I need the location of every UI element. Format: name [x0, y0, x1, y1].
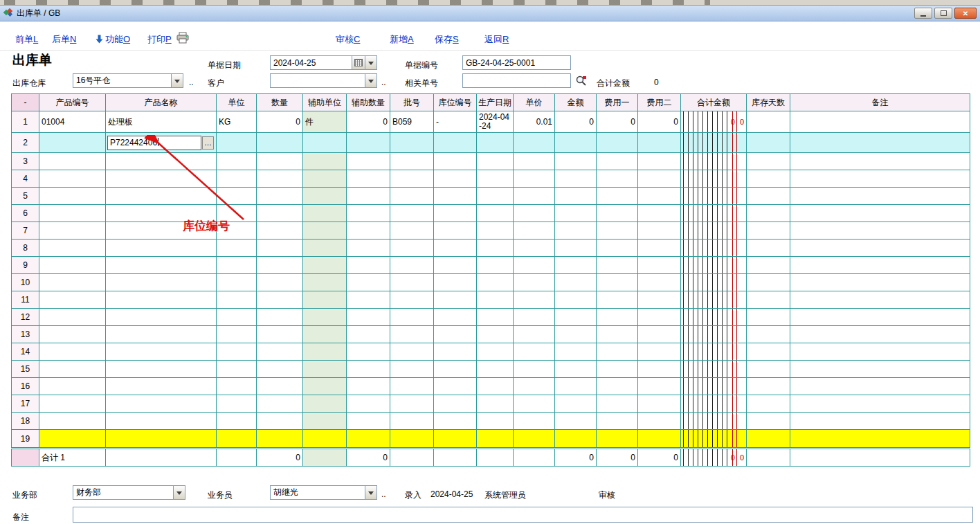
cell-name[interactable] [106, 430, 217, 448]
cell-fee1[interactable] [597, 222, 638, 240]
cell-prod_date[interactable] [477, 378, 514, 395]
cell-qty[interactable] [257, 188, 303, 205]
cell-days[interactable] [747, 326, 790, 343]
cell-prod_date[interactable] [477, 205, 514, 222]
cell-batch[interactable]: B059 [390, 111, 434, 133]
cell-aux_qty[interactable] [347, 378, 390, 395]
doc-no-input[interactable]: GB-24-04-25-0001 [462, 55, 571, 70]
cell-batch[interactable] [390, 133, 434, 153]
chevron-down-icon[interactable] [365, 74, 376, 87]
warehouse-select[interactable]: 16号平仓 [73, 73, 183, 88]
cell-qty[interactable] [257, 205, 303, 222]
cell-days[interactable] [747, 170, 790, 188]
cell-fee1[interactable] [597, 170, 638, 188]
cell-prod_date[interactable] [477, 240, 514, 257]
cell-fee2[interactable] [638, 326, 681, 343]
cell-total[interactable] [681, 257, 747, 274]
cell-name[interactable] [106, 153, 217, 170]
cell-aux_qty[interactable] [347, 395, 390, 413]
cell-code[interactable] [39, 222, 106, 240]
cell-amount[interactable] [555, 430, 597, 448]
cell-note[interactable] [790, 240, 970, 257]
cell-fee1[interactable] [597, 430, 638, 448]
toolbar-button-o[interactable]: 功能O [96, 33, 130, 46]
cell-fee2[interactable] [638, 378, 681, 395]
cell-amount[interactable] [555, 326, 597, 343]
cell-aux_qty[interactable] [347, 343, 390, 361]
cell-fee2[interactable] [638, 430, 681, 448]
cell-unit[interactable] [217, 326, 257, 343]
cell-amount[interactable] [555, 205, 597, 222]
cell-total[interactable] [681, 153, 747, 170]
column-header[interactable]: - [12, 94, 39, 111]
cell-batch[interactable] [390, 326, 434, 343]
cell-location[interactable] [434, 343, 477, 361]
cell-batch[interactable] [390, 240, 434, 257]
cell-prod_date[interactable] [477, 413, 514, 430]
column-header[interactable]: 库存天数 [747, 94, 790, 111]
cell-amount[interactable] [555, 274, 597, 291]
cell-price[interactable] [514, 395, 555, 413]
cell-name[interactable] [106, 205, 217, 222]
cell-total[interactable] [681, 343, 747, 361]
cell-total[interactable] [681, 361, 747, 378]
cell-aux_qty[interactable] [347, 257, 390, 274]
toolbar-button-r[interactable]: 返回R [484, 33, 509, 46]
cell-fee1[interactable] [597, 153, 638, 170]
column-header[interactable]: 生产日期 [477, 94, 514, 111]
toolbar-button-l[interactable]: 前单L [15, 33, 38, 46]
cell-fee1[interactable] [597, 291, 638, 309]
cell-aux_qty[interactable] [347, 170, 390, 188]
cell-qty[interactable] [257, 170, 303, 188]
column-header[interactable]: 合计金额 [681, 94, 747, 111]
cell-name[interactable] [106, 170, 217, 188]
cell-name[interactable] [106, 326, 217, 343]
cell-amount[interactable] [555, 378, 597, 395]
cell-qty[interactable] [257, 361, 303, 378]
cell-code[interactable] [39, 309, 106, 326]
agent-select[interactable]: 胡继光 [270, 485, 377, 500]
cell-total[interactable] [681, 378, 747, 395]
cell-location[interactable] [434, 188, 477, 205]
cell-fee2[interactable] [638, 274, 681, 291]
cell-aux_qty[interactable]: 0 [347, 111, 390, 133]
column-header[interactable]: 费用一 [597, 94, 638, 111]
cell-name[interactable] [106, 257, 217, 274]
cell-aux_unit[interactable] [303, 378, 347, 395]
cell-aux_qty[interactable] [347, 413, 390, 430]
cell-location[interactable] [434, 133, 477, 153]
cell-price[interactable] [514, 188, 555, 205]
cell-qty[interactable] [257, 430, 303, 448]
cell-code[interactable]: 01004 [39, 111, 106, 133]
cell-amount[interactable] [555, 343, 597, 361]
cell-total[interactable] [681, 170, 747, 188]
cell-code[interactable] [39, 257, 106, 274]
cell-aux_qty[interactable] [347, 188, 390, 205]
cell-price[interactable] [514, 153, 555, 170]
toolbar-button-s[interactable]: 保存S [435, 33, 459, 46]
chevron-down-icon[interactable] [171, 74, 183, 87]
cell-aux_unit[interactable] [303, 205, 347, 222]
cell-code[interactable] [39, 274, 106, 291]
cell-batch[interactable] [390, 413, 434, 430]
cell-batch[interactable] [390, 153, 434, 170]
cell-aux_unit[interactable] [303, 361, 347, 378]
cell-price[interactable] [514, 170, 555, 188]
cell-amount[interactable] [555, 153, 597, 170]
cell-price[interactable] [514, 413, 555, 430]
cell-location[interactable] [434, 240, 477, 257]
cell-aux_unit[interactable] [303, 188, 347, 205]
cell-qty[interactable] [257, 133, 303, 153]
cell-location[interactable] [434, 309, 477, 326]
cell-total[interactable] [681, 430, 747, 448]
cell-total[interactable] [681, 274, 747, 291]
cell-total[interactable] [681, 291, 747, 309]
cell-batch[interactable] [390, 343, 434, 361]
cell-unit[interactable]: KG [217, 111, 257, 133]
row-number[interactable]: 8 [12, 240, 39, 257]
cell-name[interactable] [106, 240, 217, 257]
cell-price[interactable] [514, 361, 555, 378]
cell-fee2[interactable] [638, 205, 681, 222]
cell-days[interactable] [747, 205, 790, 222]
cell-fee2[interactable] [638, 257, 681, 274]
